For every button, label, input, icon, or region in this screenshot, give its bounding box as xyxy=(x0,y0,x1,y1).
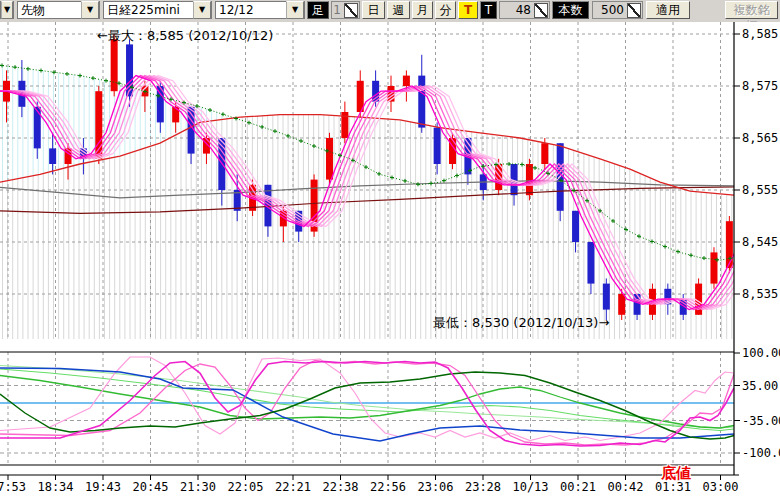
price-chart-svg: 8,5858,5758,5658,5558,5458,535100.0035.0… xyxy=(0,22,780,500)
svg-text:8,555: 8,555 xyxy=(742,183,778,197)
ashi-button[interactable]: 足 xyxy=(307,1,329,19)
svg-text:21:30: 21:30 xyxy=(180,480,216,494)
svg-text:8,585: 8,585 xyxy=(742,27,778,41)
minute-button[interactable]: 分 xyxy=(435,1,456,19)
annotation-max: ←最大：8,585 (2012/10/12) xyxy=(97,27,273,45)
chevron-down-icon[interactable]: ▼ xyxy=(81,1,99,19)
week-button[interactable]: 週 xyxy=(387,1,410,19)
combo-contract-month[interactable]: 12/12 ▼ xyxy=(215,1,305,19)
svg-text:00:42: 00:42 xyxy=(607,480,643,494)
chart-application-window: ▼ 先物 ▼ 日経225mini ▼ 12/12 ▼ 足 1 日 週 月 分 T… xyxy=(0,0,780,500)
chevron-down-icon[interactable]: ▼ xyxy=(193,1,211,19)
svg-text:22:21: 22:21 xyxy=(275,480,311,494)
multi-symbol-button[interactable]: 複数銘柄 xyxy=(725,1,778,19)
chevron-down-icon[interactable]: ▼ xyxy=(286,1,304,19)
spinner-adjust-icon[interactable] xyxy=(344,3,358,18)
combo-contract-month-value: 12/12 xyxy=(216,2,286,18)
svg-text:17:53: 17:53 xyxy=(0,480,26,494)
tick-mode-button[interactable]: T xyxy=(480,1,497,19)
svg-text:18:34: 18:34 xyxy=(37,480,73,494)
svg-text:100.00: 100.00 xyxy=(742,346,780,360)
interval-value: 1 xyxy=(333,2,343,18)
spinner-adjust-icon[interactable] xyxy=(627,3,641,18)
day-button[interactable]: 日 xyxy=(362,1,385,19)
tick-button[interactable]: T xyxy=(458,1,478,19)
honsu-button[interactable]: 本数 xyxy=(552,1,589,19)
bar-count-value: 500 xyxy=(601,2,626,18)
interval-spinner[interactable]: 1 xyxy=(331,1,360,19)
svg-text:00:21: 00:21 xyxy=(560,480,596,494)
chart-region: 8,5858,5758,5658,5558,5458,535100.0035.0… xyxy=(0,22,780,500)
combo-symbol[interactable]: 日経225mini ▼ xyxy=(103,1,212,19)
spinner-adjust-icon[interactable] xyxy=(534,3,548,18)
bar-count-spinner[interactable]: 500 xyxy=(592,1,643,19)
svg-text:8,575: 8,575 xyxy=(742,79,778,93)
tick-size-value: 48 xyxy=(516,2,533,18)
svg-text:10/13: 10/13 xyxy=(512,480,548,494)
svg-text:8,565: 8,565 xyxy=(742,131,778,145)
svg-text:19:43: 19:43 xyxy=(85,480,121,494)
svg-text:-100.00: -100.00 xyxy=(742,446,780,460)
svg-text:-35.00: -35.00 xyxy=(742,414,780,428)
annotation-min: 最低：8,530 (2012/10/13)→ xyxy=(433,314,609,332)
oscillator-bottom-label: 底値 xyxy=(661,464,691,483)
svg-text:8,535: 8,535 xyxy=(742,287,778,301)
svg-text:03:00: 03:00 xyxy=(702,480,738,494)
partial-combo-button[interactable]: ▼ xyxy=(0,1,14,19)
svg-text:22:56: 22:56 xyxy=(370,480,406,494)
svg-text:8,545: 8,545 xyxy=(742,235,778,249)
svg-text:20:45: 20:45 xyxy=(132,480,168,494)
svg-text:22:38: 22:38 xyxy=(322,480,358,494)
apply-button[interactable]: 適用 xyxy=(646,1,690,19)
tick-size-spinner[interactable]: 48 xyxy=(499,1,550,19)
svg-text:22:05: 22:05 xyxy=(227,480,263,494)
svg-text:23:06: 23:06 xyxy=(417,480,453,494)
svg-text:23:28: 23:28 xyxy=(465,480,501,494)
chevron-down-icon[interactable]: ▼ xyxy=(1,1,13,19)
combo-instrument-type[interactable]: 先物 ▼ xyxy=(17,1,100,19)
combo-instrument-type-value: 先物 xyxy=(18,2,81,18)
combo-symbol-value: 日経225mini xyxy=(104,2,193,18)
svg-text:35.00: 35.00 xyxy=(742,379,778,393)
month-button[interactable]: 月 xyxy=(412,1,433,19)
toolbar: ▼ 先物 ▼ 日経225mini ▼ 12/12 ▼ 足 1 日 週 月 分 T… xyxy=(0,0,780,23)
